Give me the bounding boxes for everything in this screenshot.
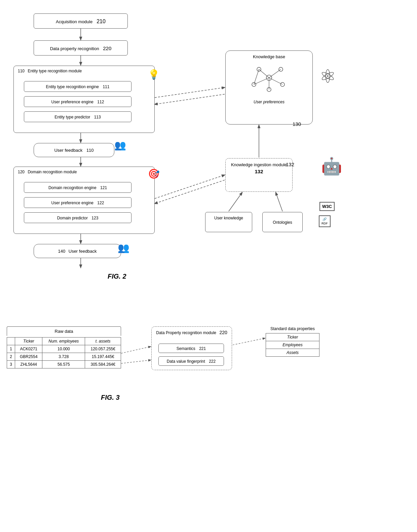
user-knowledge-box: User knowledge	[205, 212, 252, 232]
w3c-icon: W3C	[319, 202, 335, 211]
uf140-number: 140	[58, 249, 65, 254]
std-prop-0: Ticker	[266, 333, 319, 341]
col-header-assets: t. assets	[85, 338, 121, 345]
svg-line-12	[276, 192, 282, 211]
svg-line-25	[121, 347, 151, 353]
cell-r1-c3: 15.197.445€	[85, 353, 121, 361]
domain-number: 120	[18, 170, 25, 174]
ontologies-box: Ontologies	[262, 212, 303, 232]
svg-line-9	[155, 180, 225, 204]
kb-title: Knowledge base	[226, 54, 312, 59]
lightbulb-icon: 💡	[148, 69, 160, 80]
acq-module-box: Acquisition module210	[34, 13, 128, 29]
std-title: Standard data properties	[266, 326, 319, 332]
ki-number-label: 132	[286, 162, 294, 167]
acq-number: 210	[97, 19, 106, 24]
page-container: Acquisition module210 Data property reco…	[0, 0, 417, 532]
domain-predictor-box: Domain predictor 123	[24, 212, 131, 223]
domain-engine-box: Domain recognition engine 121	[24, 182, 131, 193]
dpr-title: Data Property recognition module 220	[152, 327, 232, 338]
dpr-semantics-box: Semantics 221	[158, 344, 224, 353]
raw-data-tbody: 1ACK027110.000120.057.255€2GBR25543.7281…	[7, 345, 121, 368]
svg-line-11	[229, 192, 242, 211]
svg-line-26	[121, 360, 151, 363]
svg-line-7	[155, 94, 225, 104]
svg-line-27	[233, 338, 265, 345]
fig2-label: FIG. 2	[108, 273, 126, 280]
cell-r2-c0: 3	[7, 361, 15, 368]
fig2-area: Acquisition module210 Data property reco…	[7, 7, 410, 310]
kb-graph	[249, 63, 289, 96]
data-prop-recog-box: Data property recognition 220	[34, 40, 128, 56]
rdf-icon: 🔗 RDF	[319, 215, 331, 227]
domain-outer-box: 120 Domain recognition module Domain rec…	[13, 167, 155, 234]
kb-number-label: 130	[293, 121, 301, 127]
atom-icon: ⚛	[319, 66, 336, 87]
raw-data-container: Raw data Ticker Num. employees t. assets…	[7, 326, 121, 368]
person-icon-110: 👥	[114, 140, 126, 151]
table-header-row: Ticker Num. employees t. assets	[7, 338, 121, 345]
dpr-number: 220	[103, 45, 111, 51]
user-feedback-140-box: 140 User feedback	[34, 244, 121, 258]
cell-r2-c1: ZHL5644	[15, 361, 42, 368]
col-header-ticker: Ticker	[15, 338, 42, 345]
col-header-empty	[7, 338, 15, 345]
dpr-module-box: Data Property recognition module 220 Sem…	[151, 326, 232, 370]
raw-data-table: Ticker Num. employees t. assets 1ACK0271…	[7, 337, 121, 368]
col-header-employees: Num. employees	[42, 338, 85, 345]
entity-label: Entity type recognition module	[28, 69, 82, 73]
user-feedback-110-box: User feedback 110	[34, 143, 114, 157]
cell-r0-c1: ACK0271	[15, 345, 42, 353]
domain-outer-label: 120 Domain recognition module	[18, 170, 77, 174]
domain-userpref-box: User preference engine 122	[24, 197, 131, 208]
entity-engine-box: Entity type recognition engine 111	[24, 81, 131, 92]
camera-icon: 🎯	[148, 168, 160, 179]
std-props-list: TickerEmployeesAssets	[266, 333, 319, 357]
uf140-label: User feedback	[69, 249, 97, 254]
svg-line-19	[259, 69, 269, 78]
entity-number: 110	[18, 69, 25, 73]
cell-r0-c2: 10.000	[42, 345, 85, 353]
dpr-fingerprint-box: Data value fingerprint 222	[158, 356, 224, 366]
cell-r2-c3: 305.584.264€	[85, 361, 121, 368]
raw-data-title: Raw data	[7, 326, 121, 336]
entity-userpref-box: User preference engine 112	[24, 96, 131, 107]
cell-r2-c2: 56.575	[42, 361, 85, 368]
table-row: 1ACK027110.000120.057.255€	[7, 345, 121, 353]
cell-r1-c1: GBR2554	[15, 353, 42, 361]
std-prop-2: Assets	[266, 349, 319, 357]
dpr-label: Data property recognition	[50, 46, 99, 51]
cell-r1-c2: 3.728	[42, 353, 85, 361]
svg-line-24	[254, 69, 259, 84]
acq-label: Acquisition module	[56, 19, 92, 24]
std-prop-1: Employees	[266, 341, 319, 349]
fig3-label: FIG. 3	[101, 394, 120, 401]
kb-user-pref-label: User preferences	[226, 100, 312, 104]
entity-outer-label: 110 Entity type recognition module	[18, 69, 82, 73]
svg-line-22	[269, 78, 282, 84]
svg-line-21	[254, 78, 269, 84]
std-data-props: Standard data properties TickerEmployees…	[266, 326, 319, 357]
head-gear-icon: 🤖	[321, 156, 342, 176]
ki-module-text: Knowledge ingestion module 132	[226, 158, 292, 178]
svg-line-6	[155, 87, 225, 98]
svg-line-8	[155, 175, 225, 199]
domain-label: Domain recognition module	[28, 170, 77, 174]
person-icon-140: 👥	[118, 242, 129, 253]
table-row: 2GBR25543.72815.197.445€	[7, 353, 121, 361]
cell-r0-c0: 1	[7, 345, 15, 353]
cell-r0-c3: 120.057.255€	[85, 345, 121, 353]
knowledge-base-box: Knowledge base	[225, 50, 313, 125]
entity-outer-box: 110 Entity type recognition module Entit…	[13, 66, 155, 133]
svg-line-20	[269, 69, 281, 78]
cell-r1-c0: 2	[7, 353, 15, 361]
entity-predictor-box: Entity type predictor 113	[24, 111, 131, 122]
ki-module-box: Knowledge ingestion module 132	[225, 158, 293, 192]
kb-graph-svg	[249, 63, 289, 93]
table-row: 3ZHL564456.575305.584.264€	[7, 361, 121, 368]
